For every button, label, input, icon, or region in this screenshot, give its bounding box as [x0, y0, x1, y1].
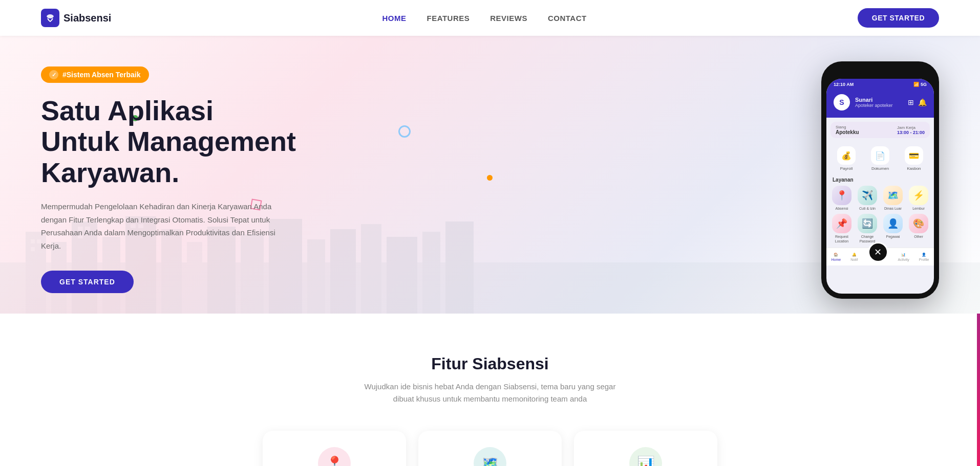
features-section: Fitur Siabsensi Wujudkan ide bisnis heba…: [0, 314, 980, 466]
phone-layanan-grid: 📍 Absensi ✈️ Cuti & Izin 🗺️ Dinas Luar ⚡…: [826, 184, 934, 248]
phone-grid-dinas: 🗺️ Dinas Luar: [882, 186, 904, 211]
phone-bottom-profile: 👤 Profile: [919, 253, 929, 261]
phone-quick-dokumen: 📄 Dokumen: [871, 146, 889, 171]
bell-icon: 🔔: [918, 98, 927, 106]
feature-card-3: 📊 Laporan Laporan lengkap kinerja dan ke…: [574, 431, 717, 466]
feature-icon-2: 🗺️: [474, 447, 506, 466]
svg-rect-15: [422, 232, 440, 314]
phone-quick-access: 💰 Payroll 📄 Dokumen 💳 Kasbon: [826, 142, 934, 175]
nav-reviews[interactable]: REVIEWS: [490, 14, 527, 23]
phone-quick-payroll: 💰 Payroll: [837, 146, 856, 171]
phone-layanan-title: Layanan: [826, 175, 934, 184]
hero-description: Mempermudah Pengelolaan Kehadiran dan Ki…: [41, 200, 297, 252]
feature-icon-1: 📍: [318, 447, 351, 466]
phone-grid-request: 📌 Request Location: [830, 214, 853, 243]
phone-grid-other: 🎨 Other: [907, 214, 930, 243]
svg-rect-16: [445, 221, 474, 314]
phone-grid-absensi: 📍 Absensi: [830, 186, 853, 211]
phone-grid-lembur: ⚡ Lembur: [907, 186, 930, 211]
phone-grid-pegawai: 👤 Pegawai: [882, 214, 904, 243]
logo[interactable]: Siabsensi: [41, 9, 111, 27]
phone-status-bar: 12:10 AM 📶 5G: [826, 79, 934, 90]
phone-bottom-home: 🏠 Home: [831, 253, 841, 261]
phone-mockup: 12:10 AM 📶 5G S Sunari Apoteker apoteker…: [821, 61, 939, 299]
features-subtitle: Wujudkan ide bisnis hebat Anda dengan Si…: [362, 381, 618, 405]
phone-notch: [860, 66, 901, 77]
hero-title: Satu Aplikasi Untuk Management Karyawan.: [41, 95, 389, 188]
phone-user-role: Apoteker apoteker: [855, 103, 893, 108]
navbar: Siabsensi HOME FEATURES REVIEWS CONTACT …: [0, 0, 980, 36]
hero-content: ✓ #Sistem Absen Terbaik Satu Aplikasi Un…: [41, 66, 389, 293]
phone-avatar: S: [834, 94, 850, 110]
feature-icon-3: 📊: [629, 447, 662, 466]
feature-card-1: 📍 Absensi GPS Catat kehadiran karyawan d…: [263, 431, 406, 466]
svg-rect-14: [387, 237, 417, 314]
nav-links: HOME FEATURES REVIEWS CONTACT: [382, 14, 587, 23]
phone-screen: 12:10 AM 📶 5G S Sunari Apoteker apoteker…: [826, 79, 934, 294]
hero-cta-button[interactable]: GET STARTED: [41, 271, 134, 293]
nav-home[interactable]: HOME: [382, 14, 407, 23]
phone-header: S Sunari Apoteker apoteker ⊞ 🔔: [826, 90, 934, 118]
logo-text: Siabsensi: [63, 12, 111, 24]
nav-contact[interactable]: CONTACT: [548, 14, 587, 23]
hero-badge: ✓ #Sistem Absen Terbaik: [41, 66, 149, 83]
svg-rect-19: [31, 247, 35, 251]
phone-outer: 12:10 AM 📶 5G S Sunari Apoteker apoteker…: [821, 61, 939, 299]
nav-features[interactable]: FEATURES: [427, 14, 470, 23]
badge-check-icon: ✓: [49, 70, 58, 79]
phone-bottom-nav: 🏠 Home 🔔 Notif ✕ 📊 Activity 👤 Profil: [826, 248, 934, 265]
phone-grid-cuti: ✈️ Cuti & Izin: [856, 186, 879, 211]
phone-user-name: Sunari: [855, 97, 893, 103]
deco-dot-orange: [487, 175, 493, 181]
phone-bottom-center: ✕: [868, 242, 888, 262]
phone-header-icons: ⊞ 🔔: [908, 98, 927, 106]
deco-dot-blue: [398, 125, 411, 138]
feature-card-2: 🗺️ Dinas Luar Kelola perjalanan dinas ka…: [418, 431, 562, 466]
phone-bottom-notif: 🔔 Notif: [850, 253, 858, 261]
grid-icon: ⊞: [908, 98, 914, 106]
logo-icon: [41, 9, 59, 27]
svg-rect-17: [31, 239, 35, 243]
features-cards: 📍 Absensi GPS Catat kehadiran karyawan d…: [41, 431, 939, 466]
phone-grid-password: 🔄 Change Password: [856, 214, 879, 243]
hero-section: ✓ #Sistem Absen Terbaik Satu Aplikasi Un…: [0, 36, 980, 314]
svg-rect-18: [37, 239, 41, 243]
features-title: Fitur Siabsensi: [41, 354, 939, 373]
nav-cta-button[interactable]: GET STARTED: [858, 8, 939, 28]
phone-shift-bar: Siang Apotekku Jam Kerja 13:00 - 21:00: [830, 122, 930, 138]
phone-bottom-activity: 📊 Activity: [898, 253, 909, 261]
phone-quick-kasbon: 💳 Kasbon: [905, 146, 923, 171]
